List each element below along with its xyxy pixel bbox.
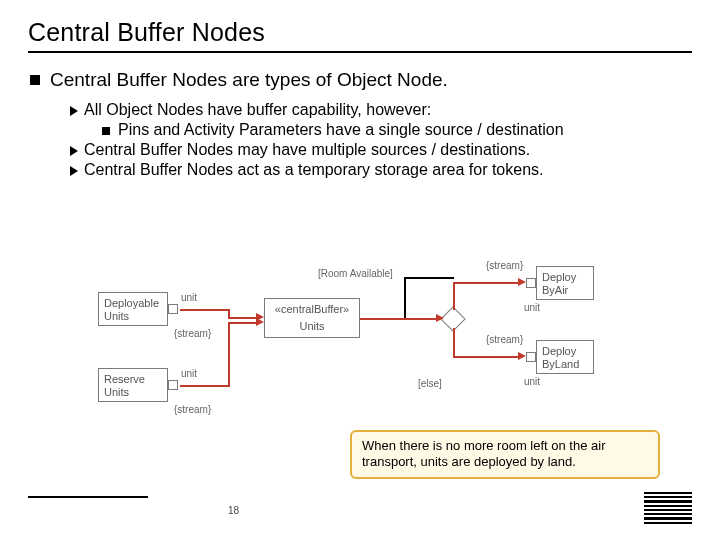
bullet-level2: Central Buffer Nodes act as a temporary … [28,161,692,179]
triangle-bullet-icon [70,166,78,176]
bullet-text: Central Buffer Nodes act as a temporary … [84,161,544,179]
page-title: Central Buffer Nodes [28,18,692,47]
edge [228,322,230,387]
pin-label: unit [524,376,540,387]
arrowhead-icon [256,318,264,326]
triangle-bullet-icon [70,146,78,156]
pin-label: unit [181,292,197,303]
pin-icon [168,304,178,314]
bullet-level1: Central Buffer Nodes are types of Object… [28,69,692,91]
title-divider [28,51,692,53]
square-bullet-icon [30,75,40,85]
edge [228,322,258,324]
edge [404,277,406,318]
edge [228,317,258,319]
square-bullet-icon [102,127,110,135]
pin-label: unit [181,368,197,379]
edge [404,277,454,279]
bullet-text: Central Buffer Nodes may have multiple s… [84,141,530,159]
arrowhead-icon [518,352,526,360]
node-central-buffer: «centralBuffer» Units [264,298,360,338]
edge [180,385,230,387]
stereotype-label: «centralBuffer» [270,303,354,316]
node-deployable-units: Deployable Units [98,292,168,326]
bullet-level2: All Object Nodes have buffer capability,… [28,101,692,119]
pin-icon [168,380,178,390]
edge [453,282,519,284]
node-reserve-units: Reserve Units [98,368,168,402]
bullet-text: Central Buffer Nodes are types of Object… [50,69,448,91]
stream-label: {stream} [174,328,211,339]
stream-label: {stream} [486,260,523,271]
edge [453,328,455,358]
bullet-text: Pins and Activity Parameters have a sing… [118,121,564,139]
page-number: 18 [228,505,239,516]
footer-divider [28,496,148,498]
edge [180,309,230,311]
guard-label: [else] [418,378,442,389]
edge [360,318,438,320]
stream-label: {stream} [486,334,523,345]
callout-note: When there is no more room left on the a… [350,430,660,479]
node-deploy-by-air: Deploy ByAir [536,266,594,300]
triangle-bullet-icon [70,106,78,116]
node-deploy-by-land: Deploy ByLand [536,340,594,374]
activity-diagram: Deployable Units unit {stream} Reserve U… [98,250,638,460]
arrowhead-icon [518,278,526,286]
stream-label: {stream} [174,404,211,415]
arrowhead-icon [436,314,444,322]
bullet-level3: Pins and Activity Parameters have a sing… [28,121,692,139]
ibm-logo-icon [644,492,692,524]
node-label: Units [270,320,354,333]
pin-label: unit [524,302,540,313]
bullet-text: All Object Nodes have buffer capability,… [84,101,431,119]
edge [453,282,455,310]
edge [453,356,519,358]
bullet-level2: Central Buffer Nodes may have multiple s… [28,141,692,159]
pin-icon [526,352,536,362]
guard-label: [Room Available] [318,268,393,279]
pin-icon [526,278,536,288]
